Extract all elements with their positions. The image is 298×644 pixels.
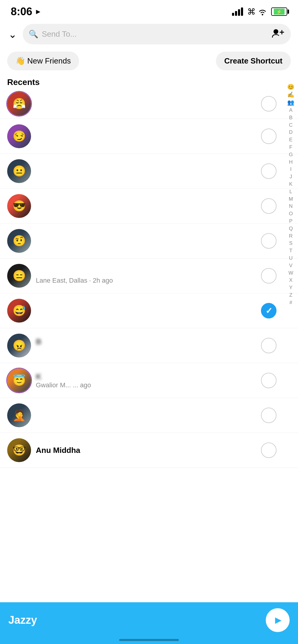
alpha-M[interactable]: M [289, 196, 293, 203]
alpha-A[interactable]: A [289, 107, 292, 114]
alpha-hash[interactable]: # [289, 299, 292, 306]
select-circle[interactable] [261, 338, 277, 353]
search-area: ⌄ 🔍 Send To... [0, 21, 298, 47]
contact-info [31, 236, 261, 246]
avatar: 😏 [7, 124, 31, 148]
alpha-I[interactable]: I [290, 166, 292, 173]
contact-info: Anu Middha [31, 446, 261, 455]
back-chevron-button[interactable]: ⌄ [7, 27, 18, 41]
avatar: 😠 [7, 334, 31, 357]
alpha-G[interactable]: G [289, 151, 293, 158]
contact-info [31, 132, 261, 141]
alpha-K[interactable]: K [289, 181, 292, 188]
alpha-P[interactable]: P [289, 218, 292, 225]
alpha-L[interactable]: L [289, 188, 292, 195]
avatar: 😐 [7, 159, 31, 183]
alpha-N[interactable]: N [289, 203, 293, 210]
avatar: 🤨 [7, 229, 31, 253]
alpha-Q[interactable]: Q [289, 225, 293, 232]
alpha-E[interactable]: E [289, 136, 292, 143]
contact-name [36, 132, 261, 141]
alpha-W[interactable]: W [288, 270, 293, 277]
time-display: 8:06 [11, 5, 32, 18]
list-item[interactable]: 🤨 [0, 224, 298, 258]
contact-name [36, 167, 261, 176]
list-item[interactable]: 😏 [0, 119, 298, 154]
list-item[interactable]: 😇 K Gwalior M... ... ago [0, 363, 298, 398]
alpha-B[interactable]: B [289, 114, 292, 121]
clock-index-icon[interactable]: ✍ [287, 91, 294, 98]
alpha-J[interactable]: J [290, 173, 292, 180]
avatar: 😤 [7, 92, 31, 116]
contact-name [36, 267, 261, 277]
select-circle[interactable] [261, 198, 277, 214]
avatar: 😎 [7, 194, 31, 218]
list-item[interactable]: 😅 ✓ [0, 293, 298, 328]
alpha-S[interactable]: S [289, 240, 292, 247]
recents-label: Recents [7, 78, 40, 87]
emoji-index-icon[interactable]: 😊 [287, 83, 294, 90]
signal-bars [232, 7, 243, 16]
contact-info [31, 411, 261, 420]
alpha-O[interactable]: O [289, 210, 293, 217]
alpha-V[interactable]: V [289, 262, 292, 269]
new-friends-button[interactable]: 👋 New Friends [7, 52, 79, 70]
location-icon: ► [35, 7, 42, 16]
contact-name: K [36, 372, 261, 381]
alpha-Y[interactable]: Y [289, 284, 292, 291]
select-circle[interactable] [261, 233, 277, 249]
alpha-R[interactable]: R [289, 233, 293, 240]
alpha-Z[interactable]: Z [289, 292, 292, 299]
list-item[interactable]: 🤓 Anu Middha [0, 433, 298, 468]
select-circle[interactable] [261, 96, 277, 112]
select-circle[interactable] [261, 268, 277, 284]
select-circle[interactable] [261, 408, 277, 423]
send-button[interactable]: ► [266, 608, 290, 632]
contact-subtitle: Lane East, Dallas · 2h ago [36, 277, 261, 284]
wifi-icon: ⌘ [247, 7, 267, 17]
contact-list: 😤 😏 😐 😎 [0, 89, 298, 468]
search-bar[interactable]: 🔍 Send To... [23, 24, 291, 44]
contact-name [36, 411, 261, 420]
avatar: 🤓 [7, 438, 31, 462]
select-circle[interactable] [261, 442, 277, 458]
alpha-T[interactable]: T [289, 247, 292, 254]
list-item[interactable]: 😑 Lane East, Dallas · 2h ago [0, 258, 298, 293]
select-circle[interactable] [261, 373, 277, 388]
contact-name: Anu Middha [36, 446, 261, 455]
select-circle[interactable] [261, 129, 277, 144]
recents-section-header: Recents [0, 73, 298, 89]
alpha-U[interactable]: U [289, 255, 293, 262]
list-item[interactable]: 😎 [0, 189, 298, 224]
create-shortcut-button[interactable]: Create Shortcut [216, 52, 291, 70]
select-circle-checked[interactable]: ✓ [261, 303, 277, 318]
avatar: 😅 [7, 299, 31, 323]
avatar: 😇 [7, 369, 31, 392]
status-time: 8:06 ► [11, 5, 42, 18]
contact-info [31, 306, 261, 315]
alpha-D[interactable]: D [289, 129, 293, 136]
status-bar: 8:06 ► ⌘ ⚡ [0, 0, 298, 21]
list-item[interactable]: 😐 [0, 154, 298, 189]
alpha-H[interactable]: H [289, 159, 293, 166]
add-friends-icon[interactable] [272, 28, 285, 40]
contact-name: B [36, 337, 261, 346]
battery-bolt: ⚡ [276, 9, 282, 15]
home-indicator [119, 639, 179, 641]
search-input[interactable]: Send To... [42, 30, 268, 39]
action-buttons: 👋 New Friends Create Shortcut [0, 47, 298, 73]
select-circle[interactable] [261, 163, 277, 179]
contact-info: B [31, 337, 261, 354]
list-item[interactable]: 🤦 [0, 398, 298, 433]
alpha-F[interactable]: F [289, 144, 292, 151]
bottom-bar: Jazzy ► [0, 602, 298, 644]
list-item[interactable]: 😠 B [0, 328, 298, 363]
list-item[interactable]: 😤 [0, 89, 298, 119]
battery-icon: ⚡ [271, 7, 287, 16]
group-index-icon[interactable]: 👥 [287, 99, 294, 106]
svg-point-0 [262, 14, 263, 16]
alpha-X[interactable]: X [289, 277, 292, 284]
contact-subtitle [36, 346, 261, 354]
alpha-C[interactable]: C [289, 122, 293, 129]
bottom-recipient-name: Jazzy [8, 614, 37, 626]
